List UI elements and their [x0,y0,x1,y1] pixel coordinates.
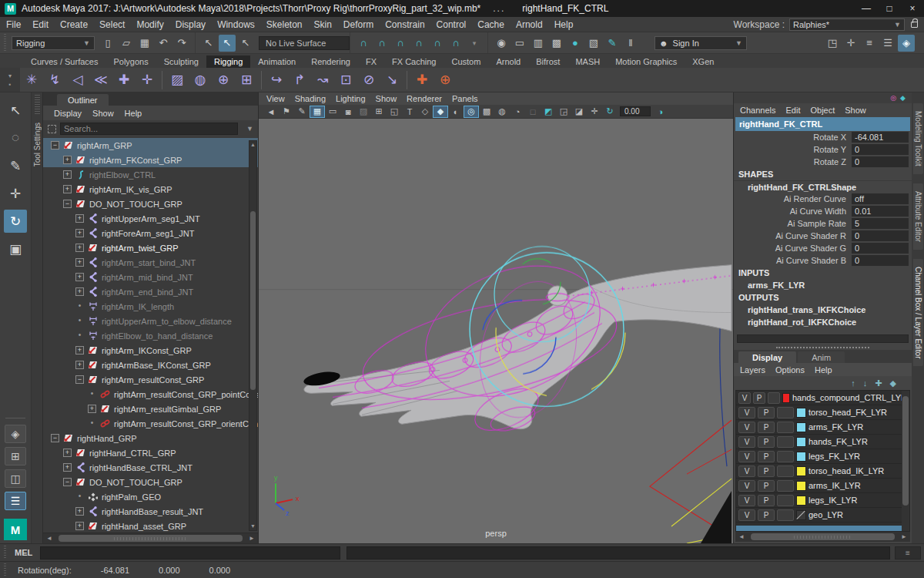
chevron-down-icon[interactable]: ▼ [242,125,253,133]
layer-tab-anim[interactable]: Anim [798,351,845,363]
expand-icon[interactable]: + [75,229,84,237]
humanik-icon[interactable]: ✛ [136,69,159,91]
grid-toggle-icon[interactable]: ▦ [310,106,325,118]
snap-surface-icon[interactable]: ∩ [447,35,464,52]
layer-display-type-toggle[interactable] [777,480,794,492]
command-response-field[interactable] [346,546,890,560]
panel-divider[interactable] [776,347,869,348]
layer-menu-layers[interactable]: Layers [740,365,765,375]
scale-constraint-icon[interactable]: ↘ [380,69,403,91]
layer-display-type-toggle[interactable] [777,436,794,448]
save-scene-icon[interactable]: ▦ [136,35,153,52]
menu-arnold[interactable]: Arnold [516,19,543,30]
layer-playback-toggle[interactable]: P [758,495,775,506]
tree-row[interactable]: •rightArm_IK_length [43,299,258,314]
sign-in-selector[interactable]: ☻Sign In▼ [654,36,747,50]
layer-playback-toggle[interactable]: P [758,422,775,433]
channel-value[interactable]: 0 [852,255,909,266]
scrollbar-thumb[interactable] [250,211,256,390]
tree-row[interactable]: +rightArm_IK_vis_GRP [43,182,258,197]
tree-row[interactable]: −DO_NOT_TOUCH_GRP [43,475,258,489]
layer-tab-display[interactable]: Display [738,351,796,363]
layer-playback-toggle[interactable]: P [758,451,775,462]
shelf-tab-rendering[interactable]: Rendering [303,55,358,68]
menu-set-selector[interactable]: Rigging ▼ [12,36,95,50]
expand-icon[interactable]: + [88,405,96,413]
menu-constrain[interactable]: Constrain [385,19,424,30]
menu-modify[interactable]: Modify [136,19,163,30]
tree-row[interactable]: +rightArmBase_IKConst_GRP [43,358,258,372]
shelf-side-buttons[interactable]: ▾▪ [0,68,20,92]
refresh-icon[interactable]: ↻ [602,106,618,118]
live-surface-field[interactable]: No Live Surface [259,36,350,50]
channel-value[interactable]: 0 [852,144,909,155]
search-icon[interactable]: ◎ [890,95,896,102]
toolkit-toggle-icon[interactable]: ◈ [898,35,915,52]
output-node[interactable]: rightHand_rot_IKFKChoice [734,316,912,328]
shelf-tab-bifrost[interactable]: Bifrost [528,55,567,68]
snap-options-caret-icon[interactable]: ▾ [466,35,483,52]
shelf-tab-fx-caching[interactable]: FX Caching [384,55,444,68]
orient-constraint-icon[interactable]: ↝ [311,69,334,91]
viewport-menu-shading[interactable]: Shading [295,94,326,103]
menu-create[interactable]: Create [60,19,88,30]
layer-row[interactable]: VPhands_compound_CTRL_LYR [736,391,909,405]
tree-row[interactable]: +rightHand_CTRL_GRP [43,445,258,460]
hypershade-icon[interactable]: ● [567,35,584,52]
expand-icon[interactable]: + [63,463,72,472]
use-all-lights-icon[interactable]: ◎ [464,106,479,118]
resolution-gate-icon[interactable]: ◙ [340,106,356,118]
viewport-menu-renderer[interactable]: Renderer [407,94,442,103]
shelf-tab-sculpting[interactable]: Sculpting [156,55,206,68]
outliner-tab[interactable]: Outliner [57,94,109,106]
snap-point-icon[interactable]: ∩ [392,35,409,52]
pole-vector-icon[interactable]: ⊘ [357,69,380,91]
tree-row[interactable]: •rightPalm_GEO [43,489,258,504]
menu-deform[interactable]: Deform [343,19,373,30]
safe-action-icon[interactable]: ◱ [387,106,402,118]
layer-visibility-toggle[interactable]: V [738,392,751,404]
viewport-menu-panels[interactable]: Panels [452,94,478,103]
four-pane-layout[interactable]: ⊞ [5,447,26,465]
aim-constraint-icon[interactable]: ⊡ [334,69,357,91]
layer-display-type-toggle[interactable] [768,392,780,404]
collapse-icon[interactable]: − [75,375,84,384]
character-controls-icon[interactable]: ✛ [842,35,859,52]
scroll-right-icon[interactable]: ► [246,535,258,542]
ipr-render-icon[interactable]: ▥ [530,35,547,52]
safe-title-icon[interactable]: T [402,106,417,118]
select-object-icon[interactable]: ↖ [219,35,236,52]
channel-value[interactable]: 0 [852,243,909,254]
expand-icon[interactable]: + [75,214,84,223]
gate-mask-icon[interactable]: ▨ [356,106,371,118]
filter-icon[interactable] [48,125,56,133]
viewport-menu-show[interactable]: Show [376,94,397,103]
menu-cache[interactable]: Cache [477,19,504,30]
menu-help[interactable]: Help [554,19,574,30]
film-gate-icon[interactable]: ▭ [325,106,340,118]
collapse-icon[interactable]: − [51,141,59,150]
minimize-button[interactable]: — [855,0,878,17]
layer-color-swatch[interactable] [796,510,806,520]
tree-row[interactable]: +rightHandBase_CTRL_JNT [43,460,258,475]
layer-color-swatch[interactable] [796,496,806,506]
smooth-shade-icon[interactable]: ◆ [433,106,448,118]
outliner-persp-layout[interactable]: ☰ [5,492,26,510]
scroll-right-icon[interactable]: ► [898,533,910,540]
collapse-icon[interactable]: − [51,434,59,442]
layer-color-swatch[interactable] [796,422,806,432]
scroll-up-icon[interactable]: ▲ [249,141,256,149]
layer-color-swatch[interactable] [796,481,806,491]
close-button[interactable]: × [901,0,924,17]
new-layer-from-selected-icon[interactable]: ◆ [890,378,896,388]
shelf-tab-animation[interactable]: Animation [250,55,303,68]
expand-icon[interactable]: + [75,287,84,296]
channel-value[interactable]: 0 [852,156,909,167]
render-setup-icon[interactable]: ▧ [585,35,602,52]
scrollbar-thumb[interactable] [902,396,909,506]
select-tool[interactable]: ↖ [4,99,27,122]
layer-menu-help[interactable]: Help [815,365,832,375]
shape-name[interactable]: rightHand_FK_CTRLShape [734,180,912,193]
mel-label[interactable]: MEL [15,548,32,557]
menu-skeleton[interactable]: Skeleton [266,19,303,30]
